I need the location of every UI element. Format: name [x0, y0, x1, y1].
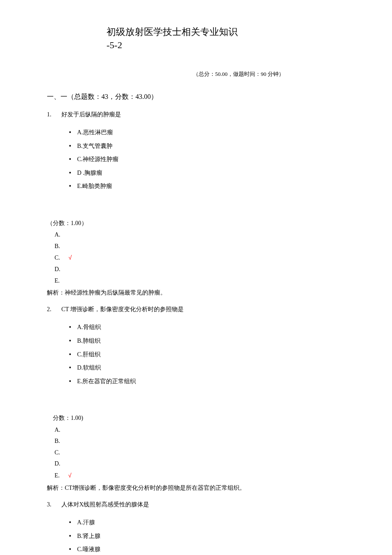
option-e: •E.所在器官的正常组织	[69, 376, 345, 387]
bullet-icon: •	[69, 324, 71, 330]
option-c: •C.肝组织	[69, 349, 345, 361]
answer-a: A.	[55, 229, 345, 241]
page-title: 初级放射医学技士相关专业知识 -5-2	[107, 26, 345, 52]
answer-c: C.	[55, 447, 345, 459]
question-number: 2.	[47, 304, 52, 315]
question-text: 1. 好发于后纵隔的肿瘤是	[47, 109, 345, 120]
bullet-icon: •	[69, 169, 71, 176]
question-3: 3. 人体对X线照射高感受性的腺体是 •A.汗腺 •B.肾上腺 •C.唾液腺	[47, 499, 345, 555]
bullet-icon: •	[69, 364, 71, 371]
question-text: 3. 人体对X线照射高感受性的腺体是	[47, 499, 345, 510]
answer-a: A.	[55, 425, 345, 436]
title-line2: -5-2	[107, 39, 345, 52]
answer-e: E.√	[55, 470, 345, 482]
check-icon: √	[68, 472, 72, 479]
option-d: •D .胸腺瘤	[69, 167, 345, 179]
question-content: 人体对X线照射高感受性的腺体是	[61, 501, 149, 508]
option-c: •C.神经源性肿瘤	[69, 153, 345, 165]
bullet-icon: •	[69, 546, 71, 552]
bullet-icon: •	[69, 156, 71, 162]
bullet-icon: •	[69, 182, 71, 189]
bullet-icon: •	[69, 378, 71, 384]
option-a: •A.恶性淋巴瘤	[69, 127, 345, 139]
option-b: •B.肾上腺	[69, 530, 345, 542]
answer-e: E.	[55, 275, 345, 287]
answer-c: C.√	[55, 252, 345, 264]
question-content: 好发于后纵隔的肿瘤是	[61, 111, 121, 118]
answer-choices: A. B. C. D. E.√	[55, 425, 345, 482]
option-e: •E.畸胎类肿瘤	[69, 180, 345, 192]
answer-d: D.	[55, 458, 345, 470]
options-list: •A.汗腺 •B.肾上腺 •C.唾液腺	[69, 517, 345, 555]
bullet-icon: •	[69, 519, 71, 526]
explanation: 解析：神经源性肿瘤为后纵隔最常见的肿瘤。	[47, 287, 345, 298]
option-a: •A.骨组织	[69, 321, 345, 333]
bullet-icon: •	[69, 337, 71, 344]
score-label: （分数：1.00）	[47, 218, 345, 228]
option-c: •C.唾液腺	[69, 543, 345, 555]
check-icon: √	[69, 254, 72, 261]
options-list: •A.骨组织 •B.肺组织 •C.肝组织 •D.软组织 •E.所在器官的正常组织	[69, 321, 345, 387]
question-1: 1. 好发于后纵隔的肿瘤是 •A.恶性淋巴瘤 •B.支气管囊肿 •C.神经源性肿…	[47, 109, 345, 298]
bullet-icon: •	[69, 142, 71, 149]
bullet-icon: •	[69, 532, 71, 539]
question-text: 2. CT 增强诊断，影像密度变化分析时的参照物是	[47, 304, 345, 315]
options-list: •A.恶性淋巴瘤 •B.支气管囊肿 •C.神经源性肿瘤 •D .胸腺瘤 •E.畸…	[69, 127, 345, 192]
option-a: •A.汗腺	[69, 517, 345, 529]
score-label: 分数：1.00)	[53, 413, 345, 423]
answer-d: D.	[55, 264, 345, 275]
exam-info: （总分：50.00，做题时间：90 分钟）	[132, 69, 345, 79]
answer-b: B.	[55, 436, 345, 447]
answer-b: B.	[55, 241, 345, 252]
explanation: 解析：CT增强诊断，影像密度变化分析时的参照物是所在器官的正常组织。	[47, 483, 345, 493]
question-number: 3.	[47, 499, 52, 510]
bullet-icon: •	[69, 351, 71, 358]
answer-choices: A. B. C.√ D. E.	[55, 229, 345, 286]
bullet-icon: •	[69, 129, 71, 136]
question-2: 2. CT 增强诊断，影像密度变化分析时的参照物是 •A.骨组织 •B.肺组织 …	[47, 304, 345, 493]
question-number: 1.	[47, 109, 52, 120]
question-content: CT 增强诊断，影像密度变化分析时的参照物是	[61, 306, 184, 312]
title-line1: 初级放射医学技士相关专业知识	[107, 26, 345, 39]
option-b: •B.肺组织	[69, 335, 345, 347]
section-header: 一、一（总题数：43，分数：43.00）	[47, 91, 345, 103]
option-b: •B.支气管囊肿	[69, 140, 345, 152]
option-d: •D.软组织	[69, 362, 345, 374]
